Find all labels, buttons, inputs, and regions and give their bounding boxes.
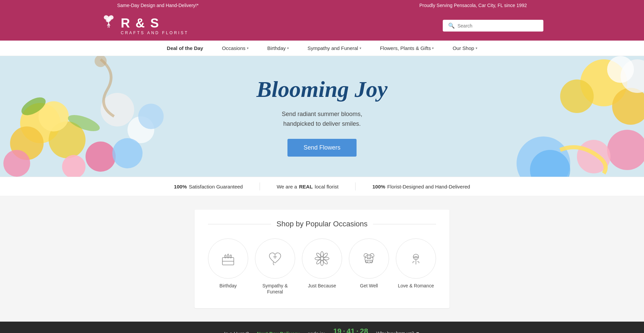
occasion-love-romance[interactable]: Love & Romance xyxy=(396,238,436,295)
countdown-bar: In a Hurry? Next Day Delivery ends in: 1… xyxy=(0,322,644,333)
chevron-down-icon: ▾ xyxy=(476,46,477,50)
occasion-get-well-icon-circle xyxy=(349,238,389,279)
search-input[interactable] xyxy=(458,23,538,29)
trust-satisfaction: 100% Satisfaction Guaranteed xyxy=(157,184,260,189)
countdown-secs: 28 secs xyxy=(360,327,368,333)
trust-delivered-percent: 100% xyxy=(372,184,385,189)
svg-point-0 xyxy=(107,18,110,22)
svg-point-14 xyxy=(95,56,107,67)
why-buy-button[interactable]: Why buy from us? ▼ xyxy=(376,331,420,333)
occasion-just-because-icon-circle xyxy=(302,238,342,279)
svg-point-23 xyxy=(607,56,634,83)
hero-title: Blooming Joy xyxy=(256,76,387,103)
occasion-just-because[interactable]: Just Because xyxy=(302,238,342,295)
occasion-birthday-label: Birthday xyxy=(219,283,236,289)
svg-point-7 xyxy=(3,150,30,177)
logo[interactable]: R & S CRAFTS AND FLORIST xyxy=(101,14,189,37)
svg-point-44 xyxy=(370,258,371,259)
svg-point-13 xyxy=(138,104,164,129)
occasion-get-well[interactable]: Get Well xyxy=(349,238,389,295)
trust-hand-delivered: 100% Florist-Designed and Hand-Delivered xyxy=(356,184,487,189)
trust-real-bold: REAL xyxy=(299,184,313,189)
trust-delivered-text: Florist-Designed and Hand-Delivered xyxy=(387,184,470,189)
ends-text: ends in: xyxy=(308,331,325,333)
occasions-grid: Birthday Sympathy & Funeral xyxy=(208,238,436,295)
trust-real-florist: We are a REAL local florist xyxy=(260,184,355,189)
nav-occasions[interactable]: Occasions ▾ xyxy=(213,41,258,56)
trust-real-text1: We are a xyxy=(277,184,297,189)
logo-flower-icon xyxy=(101,14,117,37)
countdown-hours: 19 hrs xyxy=(333,327,341,333)
svg-point-39 xyxy=(364,254,368,258)
occasion-birthday[interactable]: Birthday xyxy=(208,238,248,295)
logo-title: R & S xyxy=(121,16,189,31)
main-nav: Deal of the Day Occasions ▾ Birthday ▾ S… xyxy=(0,41,644,56)
trust-satisfaction-percent: 100% xyxy=(174,184,187,189)
logo-subtitle: CRAFTS AND FLORIST xyxy=(121,31,189,35)
svg-point-31 xyxy=(321,260,323,266)
chevron-down-icon: ▾ xyxy=(287,46,289,50)
svg-point-32 xyxy=(315,257,320,260)
occasion-love-romance-label: Love & Romance xyxy=(398,283,434,289)
svg-point-33 xyxy=(324,257,329,260)
countdown-colon-1: : xyxy=(343,328,345,333)
nav-deal-of-day[interactable]: Deal of the Day xyxy=(157,41,212,56)
trust-bar: 100% Satisfaction Guaranteed We are a RE… xyxy=(0,177,644,196)
occasion-sympathy-icon-circle xyxy=(255,238,295,279)
announcement-left: Same-Day Design and Hand-Delivery!* xyxy=(117,3,199,8)
header: R & S CRAFTS AND FLORIST 🔍 xyxy=(0,11,644,41)
svg-point-30 xyxy=(321,252,323,257)
countdown-timer: 19 hrs : 41 mins : 28 secs xyxy=(333,327,368,333)
nav-sympathy[interactable]: Sympathy and Funeral ▾ xyxy=(298,41,371,56)
main-content: Shop by Popular Occasions xyxy=(0,196,644,333)
logo-text: R & S CRAFTS AND FLORIST xyxy=(121,16,189,35)
trust-real-text2: local florist xyxy=(315,184,338,189)
countdown-colon-2: : xyxy=(356,328,359,333)
svg-point-43 xyxy=(368,258,369,259)
occasion-sympathy-label: Sympathy & Funeral xyxy=(255,283,295,295)
svg-point-18 xyxy=(607,130,644,170)
nav-flowers-plants[interactable]: Flowers, Plants & Gifts ▾ xyxy=(371,41,443,56)
shop-section: Shop by Popular Occasions xyxy=(195,210,449,308)
chevron-down-icon: ▾ xyxy=(360,46,361,50)
search-icon: 🔍 xyxy=(448,22,455,29)
hurry-text: In a Hurry? xyxy=(224,331,249,333)
hero-subtitle: Send radiant summer blooms, handpicked t… xyxy=(256,109,387,129)
svg-point-8 xyxy=(86,142,116,172)
send-flowers-button[interactable]: Send Flowers xyxy=(287,139,357,157)
countdown-mins: 41 mins xyxy=(346,327,355,333)
svg-point-12 xyxy=(112,138,143,168)
chevron-down-icon: ▾ xyxy=(432,46,434,50)
hero-content: Blooming Joy Send radiant summer blooms,… xyxy=(256,76,387,157)
trust-satisfaction-text: Satisfaction Guaranteed xyxy=(189,184,243,189)
svg-point-38 xyxy=(365,255,373,263)
occasion-get-well-label: Get Well xyxy=(360,283,378,289)
hero-flowers-right xyxy=(443,56,644,177)
occasion-birthday-icon-circle xyxy=(208,238,248,279)
svg-point-17 xyxy=(560,79,594,113)
occasion-just-because-label: Just Because xyxy=(308,283,336,289)
announcement-right: Proudly Serving Pensacola, Car City, FL … xyxy=(419,3,527,8)
occasion-love-romance-icon-circle xyxy=(396,238,436,279)
chevron-down-icon: ▾ xyxy=(247,46,249,50)
section-title: Shop by Popular Occasions xyxy=(208,220,436,228)
nav-birthday[interactable]: Birthday ▾ xyxy=(258,41,298,56)
hero-flowers-left xyxy=(0,56,201,177)
search-box[interactable]: 🔍 xyxy=(443,20,543,32)
svg-point-29 xyxy=(320,257,324,260)
announcement-bar: Same-Day Design and Hand-Delivery!* Prou… xyxy=(0,0,644,11)
hero-banner: Blooming Joy Send radiant summer blooms,… xyxy=(0,56,644,177)
nav-our-shop[interactable]: Our Shop ▾ xyxy=(443,41,486,56)
svg-point-40 xyxy=(370,254,374,258)
occasion-sympathy[interactable]: Sympathy & Funeral xyxy=(255,238,295,295)
delivery-link[interactable]: Next Day Delivery xyxy=(257,331,300,333)
